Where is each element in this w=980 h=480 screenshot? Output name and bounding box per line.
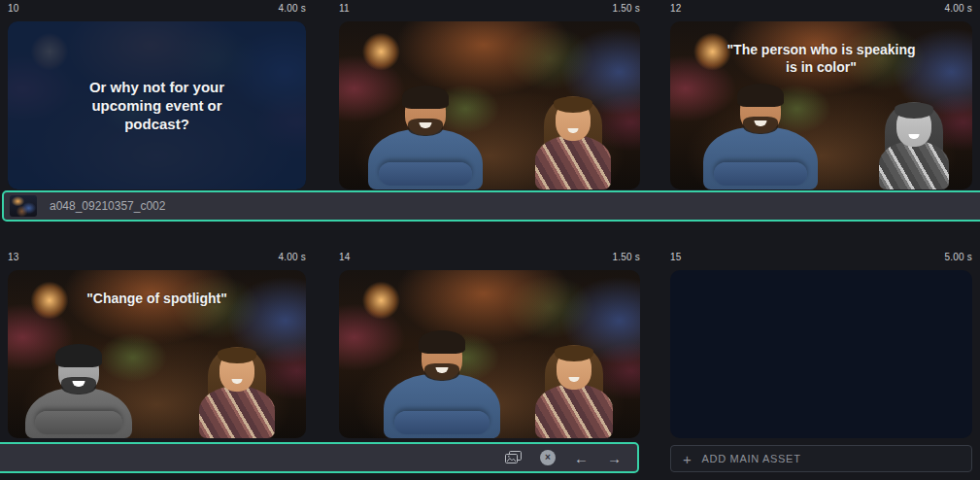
- scene-duration: 1.50 s: [613, 252, 640, 262]
- man-figure: [368, 90, 483, 189]
- scene-13: 13 4.00 s "Change of spotlight": [8, 251, 306, 438]
- scene-card[interactable]: [339, 270, 640, 438]
- scene-15: 15 5.00 s: [670, 251, 972, 438]
- scene-number: 15: [670, 252, 682, 262]
- scene-card[interactable]: Or why not for your upcoming event or po…: [8, 21, 306, 189]
- woman-figure: [527, 94, 619, 189]
- scene-header: 11 1.50 s: [339, 2, 640, 15]
- man-figure-grayscale: [25, 349, 132, 438]
- replace-media-icon[interactable]: [505, 451, 522, 464]
- move-left-icon[interactable]: ←: [574, 451, 589, 465]
- scene-14: 14 1.50 s: [339, 251, 640, 438]
- scene-number: 11: [339, 3, 350, 14]
- scene-card[interactable]: "The person who is speaking is in color": [670, 21, 972, 189]
- scene-card-empty[interactable]: [670, 270, 972, 438]
- scene-11: 11 1.50 s: [339, 2, 640, 189]
- scene-header: 13 4.00 s: [8, 251, 306, 263]
- man-figure: [703, 88, 818, 189]
- remove-asset-icon[interactable]: ×: [540, 450, 556, 465]
- scene-number: 10: [8, 3, 19, 14]
- selected-asset-toolbar[interactable]: × ← →: [0, 442, 639, 473]
- man-figure: [384, 335, 500, 438]
- scene-card[interactable]: "Change of spotlight": [8, 270, 306, 438]
- woman-figure: [527, 343, 621, 438]
- scene-caption: Or why not for your upcoming event or po…: [8, 21, 306, 189]
- scene-duration: 4.00 s: [279, 252, 306, 262]
- scene-caption: "The person who is speaking is in color": [725, 41, 918, 76]
- scene-number: 14: [339, 252, 351, 262]
- scene-caption: "Change of spotlight": [62, 290, 252, 307]
- woman-figure-grayscale: [871, 100, 957, 189]
- scene-number: 13: [8, 252, 19, 262]
- move-right-icon[interactable]: →: [607, 451, 622, 465]
- selected-asset-bar[interactable]: a048_09210357_c002: [2, 190, 980, 222]
- scene-12: 12 4.00 s "The person who is speaking is…: [670, 2, 972, 189]
- scene-duration: 4.00 s: [945, 3, 972, 14]
- scene-card[interactable]: [339, 21, 640, 189]
- add-main-asset-button[interactable]: + ADD MAIN ASSET: [670, 445, 972, 472]
- scene-header: 15 5.00 s: [670, 251, 972, 263]
- scene-number: 12: [670, 3, 682, 14]
- scene-10: 10 4.00 s Or why not for your upcoming e…: [8, 2, 306, 189]
- scene-duration: 1.50 s: [613, 3, 640, 14]
- asset-thumbnail: [10, 195, 37, 217]
- scene-header: 14 1.50 s: [339, 251, 640, 263]
- scene-duration: 4.00 s: [279, 3, 306, 14]
- scene-duration: 5.00 s: [945, 252, 972, 262]
- add-main-asset-label: ADD MAIN ASSET: [701, 453, 800, 464]
- woman-figure: [191, 345, 283, 438]
- asset-filename: a048_09210357_c002: [50, 199, 165, 213]
- plus-icon: +: [683, 451, 692, 467]
- scene-header: 12 4.00 s: [670, 2, 972, 15]
- scene-header: 10 4.00 s: [8, 2, 306, 15]
